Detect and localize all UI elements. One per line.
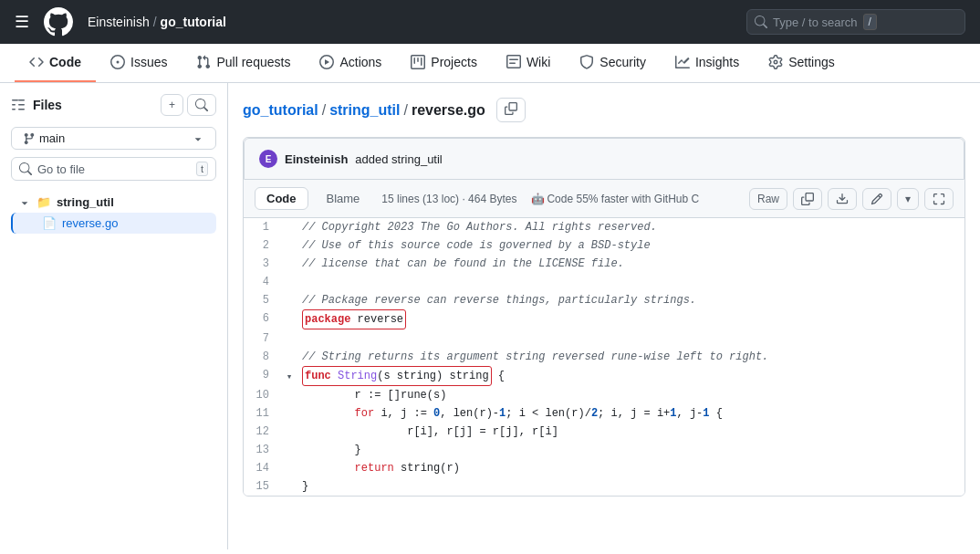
folder-name: string_util bbox=[57, 195, 114, 209]
nav-tab-code[interactable]: Code bbox=[15, 44, 96, 82]
main-content: go_tutorial / string_util / reverse.go E… bbox=[228, 83, 980, 549]
code-line-2: 2 // Use of this source code is governed… bbox=[244, 236, 964, 255]
repo-path: Einsteinish / go_tutorial bbox=[88, 15, 226, 29]
sidebar-panel-icon bbox=[11, 98, 26, 112]
wiki-icon bbox=[506, 55, 521, 69]
copy-icon bbox=[505, 102, 517, 115]
search-files-btn[interactable] bbox=[187, 94, 216, 116]
code-line-4: 4 bbox=[244, 273, 964, 291]
download-icon bbox=[836, 193, 849, 205]
hamburger-icon[interactable]: ☰ bbox=[15, 12, 29, 32]
code-line-14: 14 return string(r) bbox=[244, 459, 964, 477]
code-icon bbox=[29, 55, 44, 69]
go-to-file-shortcut: t bbox=[196, 162, 208, 176]
repo-name-link[interactable]: go_tutorial bbox=[161, 15, 226, 29]
sidebar-title: Files bbox=[11, 98, 62, 112]
raw-btn[interactable]: Raw bbox=[749, 188, 787, 210]
breadcrumb: go_tutorial / string_util / reverse.go bbox=[243, 98, 965, 122]
code-line-7: 7 bbox=[244, 329, 964, 348]
search-bar[interactable]: Type / to search / bbox=[746, 9, 965, 35]
repo-owner-link[interactable]: Einsteinish bbox=[88, 15, 150, 29]
code-line-5: 5 // Package reverse can reverse things,… bbox=[244, 291, 964, 309]
nav-tab-security[interactable]: Security bbox=[565, 44, 661, 82]
pr-icon bbox=[196, 55, 211, 69]
code-tab-code[interactable]: Code bbox=[255, 187, 308, 210]
sidebar-header: Files + bbox=[11, 94, 216, 116]
commit-info-bar: E Einsteinish added string_util bbox=[244, 138, 964, 180]
more-options-btn[interactable]: ▾ bbox=[897, 188, 919, 210]
copy-path-btn[interactable] bbox=[496, 98, 526, 122]
issue-icon bbox=[110, 55, 125, 69]
top-nav: ☰ Einsteinish / go_tutorial Type / to se… bbox=[0, 0, 980, 44]
search-placeholder: Type / to search bbox=[773, 16, 858, 29]
nav-tab-insights[interactable]: Insights bbox=[661, 44, 754, 82]
code-toolbar: Code Blame 15 lines (13 loc) · 464 Bytes… bbox=[244, 180, 964, 218]
commit-message: added string_util bbox=[355, 152, 442, 166]
code-tab-blame[interactable]: Blame bbox=[316, 188, 371, 209]
security-icon bbox=[579, 55, 594, 69]
file-emoji: 📄 bbox=[42, 216, 57, 230]
copilot-bar: 🤖 Code 55% faster with GitHub C bbox=[531, 193, 699, 205]
code-line-9: 9 ▾ func String(s string) string { bbox=[244, 366, 964, 386]
code-line-6: 6 package reverse bbox=[244, 309, 964, 329]
search-shortcut: / bbox=[863, 14, 877, 30]
actions-icon bbox=[319, 55, 334, 69]
insights-icon bbox=[675, 55, 690, 69]
projects-icon bbox=[411, 55, 425, 69]
code-line-13: 13 } bbox=[244, 441, 964, 459]
go-to-file-label: Go to file bbox=[37, 162, 85, 176]
search-files-icon bbox=[195, 99, 208, 111]
edit-icon bbox=[871, 193, 883, 205]
files-label: Files bbox=[33, 98, 62, 112]
add-file-btn[interactable]: + bbox=[161, 94, 183, 116]
nav-tab-wiki[interactable]: Wiki bbox=[492, 44, 565, 82]
chevron-down-icon bbox=[192, 132, 204, 145]
code-line-1: 1 // Copyright 2023 The Go Authors. All … bbox=[244, 218, 964, 236]
code-line-11: 11 for i, j := 0, len(r)-1; i < len(r)/2… bbox=[244, 404, 964, 423]
code-viewer: E Einsteinish added string_util Code Bla… bbox=[243, 137, 965, 497]
copy-content-icon bbox=[801, 193, 814, 205]
code-body: 1 // Copyright 2023 The Go Authors. All … bbox=[244, 218, 964, 496]
branch-icon bbox=[23, 132, 36, 145]
folder-emoji: 📁 bbox=[36, 195, 51, 209]
code-line-8: 8 // String returns its argument string … bbox=[244, 348, 964, 366]
sidebar: Files + main Go bbox=[0, 83, 228, 549]
nav-tab-issues[interactable]: Issues bbox=[96, 44, 182, 82]
tree-folder-string-util[interactable]: 📁 string_util bbox=[11, 192, 216, 213]
expand-icon bbox=[933, 193, 945, 205]
nav-tab-pull-requests[interactable]: Pull requests bbox=[182, 44, 305, 82]
edit-btn[interactable] bbox=[862, 188, 891, 210]
code-line-10: 10 r := []rune(s) bbox=[244, 386, 964, 404]
github-logo bbox=[44, 7, 73, 37]
chevron-down-tree-icon bbox=[18, 196, 31, 209]
code-meta: 15 lines (13 loc) · 464 Bytes bbox=[381, 193, 516, 205]
file-name: reverse.go bbox=[62, 216, 118, 230]
nav-tab-settings[interactable]: Settings bbox=[754, 44, 850, 82]
copilot-label: Code 55% faster with GitHub C bbox=[547, 193, 699, 205]
sidebar-actions: + bbox=[161, 94, 216, 116]
breadcrumb-file: reverse.go bbox=[412, 102, 485, 119]
breadcrumb-folder[interactable]: string_util bbox=[329, 102, 400, 119]
code-line-15: 15 } bbox=[244, 477, 964, 496]
main-layout: Files + main Go bbox=[0, 83, 980, 549]
nav-tab-projects[interactable]: Projects bbox=[396, 44, 492, 82]
branch-name: main bbox=[39, 131, 65, 145]
copy-content-btn[interactable] bbox=[793, 188, 822, 210]
commit-author: Einsteinish bbox=[285, 152, 348, 166]
code-actions: Raw bbox=[749, 188, 954, 210]
expand-btn[interactable] bbox=[924, 188, 954, 210]
author-avatar: E bbox=[259, 150, 277, 168]
settings-icon bbox=[768, 55, 783, 69]
breadcrumb-repo[interactable]: go_tutorial bbox=[243, 102, 318, 119]
repo-nav: Code Issues Pull requests Actions Projec… bbox=[0, 44, 980, 83]
nav-tab-actions[interactable]: Actions bbox=[305, 44, 396, 82]
search-icon-small bbox=[19, 162, 32, 175]
download-btn[interactable] bbox=[828, 188, 857, 210]
code-line-3: 3 // license that can be found in the LI… bbox=[244, 255, 964, 273]
go-to-file-btn[interactable]: Go to file t bbox=[11, 157, 216, 181]
tree-item-reverse-go[interactable]: 📄 reverse.go bbox=[11, 213, 216, 234]
search-icon bbox=[755, 16, 767, 28]
code-line-12: 12 r[i], r[j] = r[j], r[i] bbox=[244, 423, 964, 441]
branch-selector[interactable]: main bbox=[11, 127, 216, 150]
